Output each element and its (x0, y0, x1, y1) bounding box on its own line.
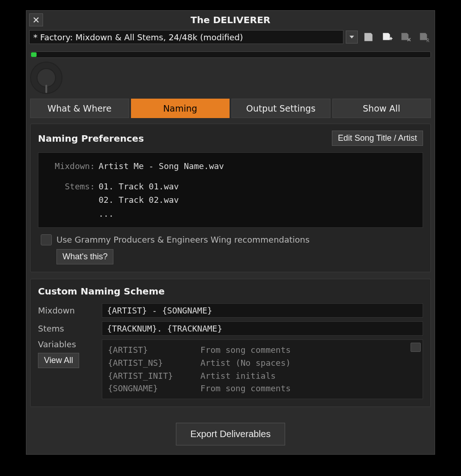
close-button[interactable] (29, 13, 43, 26)
preset-text: * Factory: Mixdown & All Stems, 24/48k (… (33, 32, 243, 42)
knob-area (26, 60, 435, 99)
floppy-r-icon: R (418, 31, 430, 43)
var-desc: Artist (No spaces) (200, 357, 291, 370)
stems-preview-value-2: 02. Track 02.wav (99, 193, 179, 207)
reset-preset-button[interactable]: R (416, 30, 432, 44)
close-icon (33, 17, 39, 23)
var-name: {SONGNAME} (108, 382, 200, 395)
stems-preview-value-1: 01. Track 01.wav (99, 180, 179, 194)
preset-select[interactable]: * Factory: Mixdown & All Stems, 24/48k (… (29, 30, 343, 44)
scrollbar-thumb[interactable] (411, 343, 421, 352)
save-preset-button[interactable] (361, 30, 376, 44)
titlebar: The DELIVERER (26, 11, 435, 29)
gain-knob[interactable] (30, 62, 62, 94)
tabs: What & Where Naming Output Settings Show… (26, 99, 435, 118)
preset-dropdown-button[interactable] (346, 31, 358, 44)
mixdown-scheme-label: Mixdown (38, 306, 98, 315)
mixdown-scheme-input[interactable]: {ARTIST} - {SONGNAME} (102, 303, 423, 318)
progress-area (26, 47, 435, 60)
naming-preferences-panel: Naming Preferences Edit Song Title / Art… (30, 124, 431, 272)
tab-naming[interactable]: Naming (131, 99, 230, 118)
window-title: The DELIVERER (43, 14, 418, 25)
stems-preview-value-3: ... (99, 207, 114, 221)
edit-song-title-artist-button[interactable]: Edit Song Title / Artist (332, 131, 423, 146)
stems-scheme-input[interactable]: {TRACKNUM}. {TRACKNAME} (102, 321, 423, 336)
variables-label: Variables (38, 339, 76, 349)
var-name: {ARTIST} (108, 344, 200, 357)
export-deliverables-button[interactable]: Export Deliverables (176, 423, 285, 445)
var-name: {ARTIST_INIT} (108, 370, 200, 382)
progress-fill (31, 52, 37, 57)
preset-row: * Factory: Mixdown & All Stems, 24/48k (… (26, 29, 435, 47)
svg-text:R: R (426, 38, 429, 43)
view-all-button[interactable]: View All (38, 353, 79, 368)
var-desc: From song comments (200, 344, 291, 357)
grammy-checkbox[interactable] (41, 234, 52, 245)
progress-bar[interactable] (30, 51, 431, 58)
custom-naming-scheme-panel: Custom Naming Scheme Mixdown {ARTIST} - … (30, 279, 431, 407)
tab-what-where[interactable]: What & Where (30, 99, 129, 118)
stems-preview-label: Stems: (47, 180, 99, 194)
var-desc: From song comments (200, 382, 291, 395)
grammy-label: Use Grammy Producers & Engineers Wing re… (56, 235, 310, 244)
stems-scheme-label: Stems (38, 324, 98, 333)
tab-show-all[interactable]: Show All (332, 99, 431, 118)
naming-preferences-title: Naming Preferences (38, 133, 332, 144)
window: The DELIVERER * Factory: Mixdown & All S… (26, 10, 435, 455)
tab-output-settings[interactable]: Output Settings (231, 99, 330, 118)
add-preset-button[interactable] (379, 30, 395, 44)
floppy-icon (362, 31, 374, 43)
var-name: {ARTIST_NS} (108, 357, 200, 370)
floppy-plus-icon (381, 31, 393, 43)
mixdown-preview-value: Artist Me - Song Name.wav (99, 159, 224, 173)
chevron-down-icon (349, 36, 354, 38)
content: Naming Preferences Edit Song Title / Art… (26, 118, 435, 449)
delete-preset-button[interactable] (398, 30, 413, 44)
custom-naming-scheme-title: Custom Naming Scheme (38, 286, 423, 297)
variables-list[interactable]: {ARTIST}From song comments {ARTIST_NS}Ar… (102, 339, 423, 400)
var-desc: Artist initials (200, 370, 276, 382)
naming-preview: Mixdown: Artist Me - Song Name.wav Stems… (38, 152, 423, 228)
whats-this-button[interactable]: What's this? (56, 249, 113, 264)
floppy-x-icon (399, 31, 411, 43)
mixdown-preview-label: Mixdown: (47, 159, 99, 173)
